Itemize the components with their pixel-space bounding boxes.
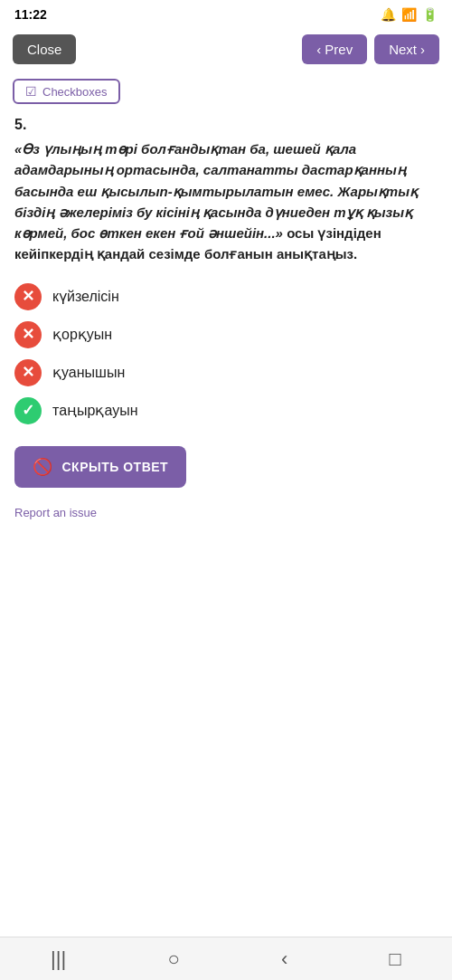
next-button[interactable]: Next › <box>374 34 439 64</box>
alarm-icon: 🔔 <box>381 7 396 22</box>
question-number: 5. <box>14 117 438 133</box>
nav-bar: Close ‹ Prev Next › <box>0 25 452 73</box>
nav-buttons: ‹ Prev Next › <box>302 34 439 64</box>
battery-icon: 🔋 <box>422 7 438 22</box>
status-bar: 11:22 🔔 📶 🔋 <box>0 0 452 25</box>
back-icon[interactable]: ‹ <box>281 947 287 971</box>
report-link[interactable]: Report an issue <box>14 506 97 519</box>
wrong-icon-2: ✕ <box>14 321 42 348</box>
home-icon[interactable]: ○ <box>167 947 179 971</box>
option-label-1: күйзелісін <box>52 288 119 305</box>
option-label-3: қуанышын <box>52 364 125 381</box>
status-icons: 🔔 📶 🔋 <box>381 7 438 22</box>
checkboxes-tag[interactable]: ☑ Checkboxes <box>13 79 120 104</box>
hide-answer-label: СКРЫТЬ ОТВЕТ <box>62 460 169 474</box>
chevron-left-icon: ‹ <box>316 42 321 57</box>
next-label: Next <box>389 42 417 57</box>
option-label-2: қорқуын <box>52 326 112 343</box>
eye-slash-icon: 🚫 <box>33 457 53 477</box>
menu-icon[interactable]: ||| <box>51 947 66 971</box>
recent-icon[interactable]: □ <box>390 947 401 971</box>
wrong-icon-3: ✕ <box>14 359 42 386</box>
question-text: «Өз үлыңың төрі болғандықтан ба, шешей қ… <box>14 138 438 265</box>
option-item[interactable]: ✕ күйзелісін <box>14 283 438 310</box>
option-item[interactable]: ✕ қорқуын <box>14 321 438 348</box>
prev-button[interactable]: ‹ Prev <box>302 34 367 64</box>
checkbox-icon: ☑ <box>25 84 37 99</box>
hide-answer-button[interactable]: 🚫 СКРЫТЬ ОТВЕТ <box>14 446 186 488</box>
option-item[interactable]: ✕ қуанышын <box>14 359 438 386</box>
wifi-icon: 📶 <box>401 7 417 22</box>
correct-icon-4: ✓ <box>14 397 42 424</box>
prev-label: Prev <box>325 42 353 57</box>
tag-row: ☑ Checkboxes <box>0 73 452 113</box>
chevron-right-icon: › <box>420 42 425 57</box>
content-area: 5. «Өз үлыңың төрі болғандықтан ба, шеше… <box>0 113 452 535</box>
bottom-nav: ||| ○ ‹ □ <box>0 937 452 980</box>
wrong-icon-1: ✕ <box>14 283 42 310</box>
options-list: ✕ күйзелісін ✕ қорқуын ✕ қуанышын ✓ таңы… <box>14 283 438 424</box>
close-button[interactable]: Close <box>13 34 76 64</box>
report-row: Report an issue <box>14 502 438 520</box>
option-item[interactable]: ✓ таңырқауын <box>14 397 438 424</box>
checkboxes-label: Checkboxes <box>42 85 108 99</box>
option-label-4: таңырқауын <box>52 402 138 419</box>
status-time: 11:22 <box>14 7 47 22</box>
